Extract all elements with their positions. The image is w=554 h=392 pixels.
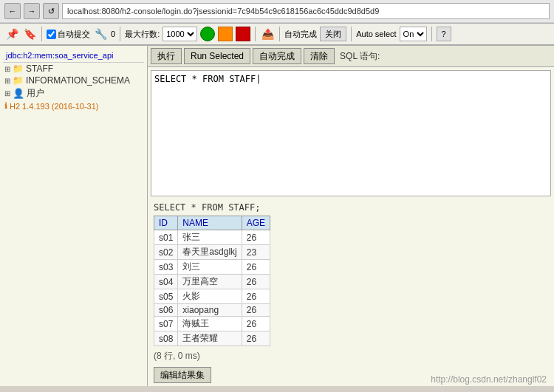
sql-toolbar: 执行 Run Selected 自动完成 清除 SQL 语句: bbox=[148, 46, 554, 67]
sql-label: SQL 语句: bbox=[340, 50, 380, 63]
main-layout: jdbc:h2:mem:soa_service_api ⊞ 📁 STAFF ⊞ … bbox=[0, 46, 554, 386]
edit-results-button[interactable]: 编辑结果集 bbox=[154, 367, 211, 383]
table-cell: s05 bbox=[154, 289, 178, 304]
separator-1 bbox=[41, 27, 42, 41]
auto-submit-group: 自动提交 bbox=[47, 29, 90, 40]
table-cell: 26 bbox=[242, 304, 270, 317]
reload-button[interactable]: ↺ bbox=[43, 3, 59, 19]
separator-4 bbox=[279, 27, 280, 41]
table-row: s07海贼王26 bbox=[154, 317, 270, 331]
expand-staff-icon: ⊞ bbox=[4, 65, 10, 73]
separator-2 bbox=[120, 27, 120, 41]
table-header-id: ID bbox=[154, 216, 178, 230]
users-folder-icon: 👤 bbox=[13, 88, 24, 99]
table-cell: 张三 bbox=[178, 230, 242, 245]
counter-icon[interactable]: 🔧 bbox=[93, 27, 108, 41]
sidebar-version-label: H2 1.4.193 (2016-10-31) bbox=[10, 102, 98, 111]
table-cell: 春天里asdglkj bbox=[178, 245, 242, 260]
table-cell: 26 bbox=[242, 230, 270, 245]
table-cell: 刘三 bbox=[178, 260, 242, 275]
table-cell: s01 bbox=[154, 230, 178, 245]
results-table: IDNAMEAGE s01张三26s02春天里asdglkj23s03刘三26s… bbox=[154, 216, 270, 346]
browser-toolbar: ← → ↺ bbox=[0, 0, 554, 23]
sidebar-item-version: ℹ H2 1.4.193 (2016-10-31) bbox=[3, 100, 144, 111]
sidebar-users-label: 用户 bbox=[27, 87, 44, 100]
table-row: s03刘三26 bbox=[154, 260, 270, 275]
table-cell: 26 bbox=[242, 260, 270, 275]
table-row: s01张三26 bbox=[154, 230, 270, 245]
pin-icon[interactable]: 📌 bbox=[4, 27, 19, 41]
table-cell: s06 bbox=[154, 304, 178, 317]
version-icon: ℹ bbox=[4, 101, 7, 111]
table-body: s01张三26s02春天里asdglkj23s03刘三26s04万里高空26s0… bbox=[154, 230, 270, 346]
table-cell: s03 bbox=[154, 260, 178, 275]
clear-button[interactable]: 清除 bbox=[304, 48, 335, 64]
autocomplete-button[interactable]: 自动完成 bbox=[253, 48, 301, 64]
watermark: http://blog.csdn.net/zhanglf02 bbox=[431, 374, 547, 385]
sidebar-staff-label: STAFF bbox=[26, 63, 53, 74]
sidebar-item-staff[interactable]: ⊞ 📁 STAFF bbox=[3, 63, 144, 75]
table-row: s05火影26 bbox=[154, 289, 270, 304]
address-bar[interactable] bbox=[62, 3, 550, 19]
separator-6 bbox=[431, 27, 432, 41]
max-rows-label: 最大行数: bbox=[125, 29, 160, 40]
table-cell: 26 bbox=[242, 289, 270, 304]
table-cell: 王者荣耀 bbox=[178, 331, 242, 346]
table-header-age: AGE bbox=[242, 216, 270, 230]
run-selected-button[interactable]: Run Selected bbox=[184, 48, 250, 64]
stop-button[interactable] bbox=[236, 27, 250, 41]
db-connection-link[interactable]: jdbc:h2:mem:soa_service_api bbox=[3, 49, 144, 63]
back-button[interactable]: ← bbox=[4, 3, 21, 19]
table-cell: 26 bbox=[242, 275, 270, 289]
table-cell: 26 bbox=[242, 331, 270, 346]
close-button[interactable]: 关闭 bbox=[320, 27, 346, 41]
info-schema-folder-icon: 📁 bbox=[13, 75, 24, 86]
run-button[interactable] bbox=[200, 27, 215, 41]
bookmark-icon[interactable]: 🔖 bbox=[22, 27, 37, 41]
counter-value: 0 bbox=[111, 30, 115, 38]
table-cell: 万里高空 bbox=[178, 275, 242, 289]
sidebar-item-info-schema[interactable]: ⊞ 📁 INFORMATION_SCHEMA bbox=[3, 75, 144, 86]
sidebar-item-users[interactable]: ⊞ 👤 用户 bbox=[3, 86, 144, 100]
table-row: s08王者荣耀26 bbox=[154, 331, 270, 346]
table-cell: s04 bbox=[154, 275, 178, 289]
table-row: s04万里高空26 bbox=[154, 275, 270, 289]
table-cell: 26 bbox=[242, 317, 270, 331]
browser-chrome: ← → ↺ bbox=[0, 0, 554, 24]
separator-3 bbox=[255, 27, 256, 41]
results-area: SELECT * FROM STAFF; IDNAMEAGE s01张三26s0… bbox=[148, 199, 554, 386]
auto-select-dropdown[interactable]: On bbox=[400, 27, 427, 41]
table-cell: 23 bbox=[242, 245, 270, 260]
sidebar-info-schema-label: INFORMATION_SCHEMA bbox=[26, 75, 130, 86]
export-icon[interactable]: 📤 bbox=[260, 27, 275, 41]
table-cell: s07 bbox=[154, 317, 178, 331]
separator-5 bbox=[351, 27, 352, 41]
execute-button[interactable]: 执行 bbox=[151, 48, 182, 64]
table-cell: s08 bbox=[154, 331, 178, 346]
table-cell: s02 bbox=[154, 245, 178, 260]
table-cell: xiaopang bbox=[178, 304, 242, 317]
refresh-button[interactable] bbox=[218, 27, 233, 41]
help-button[interactable]: ? bbox=[437, 27, 451, 41]
expand-users-icon: ⊞ bbox=[4, 89, 10, 97]
table-row: s02春天里asdglkj23 bbox=[154, 245, 270, 260]
results-footer: (8 行, 0 ms) bbox=[154, 348, 548, 364]
auto-submit-checkbox[interactable] bbox=[47, 30, 56, 39]
table-row: s06xiaopang26 bbox=[154, 304, 270, 317]
results-query: SELECT * FROM STAFF; bbox=[154, 202, 548, 213]
auto-select-label: Auto select bbox=[356, 30, 396, 38]
forward-button[interactable]: → bbox=[24, 3, 40, 19]
sidebar: jdbc:h2:mem:soa_service_api ⊞ 📁 STAFF ⊞ … bbox=[0, 46, 148, 386]
auto-submit-label: 自动提交 bbox=[58, 29, 90, 40]
expand-info-schema-icon: ⊞ bbox=[4, 77, 10, 85]
table-cell: 火影 bbox=[178, 289, 242, 304]
table-header-row: IDNAMEAGE bbox=[154, 216, 270, 230]
max-rows-select[interactable]: 1000 bbox=[163, 27, 197, 41]
h2-main-toolbar: 📌 🔖 自动提交 🔧 0 最大行数: 1000 📤 自动完成 关闭 Auto s… bbox=[0, 24, 554, 46]
right-panel: 执行 Run Selected 自动完成 清除 SQL 语句: SELECT *… bbox=[148, 46, 554, 386]
autocomplete-label: 自动完成 bbox=[284, 29, 317, 40]
table-folder-icon: 📁 bbox=[13, 63, 24, 74]
sql-editor[interactable] bbox=[151, 70, 551, 196]
table-header-name: NAME bbox=[178, 216, 242, 230]
table-cell: 海贼王 bbox=[178, 317, 242, 331]
